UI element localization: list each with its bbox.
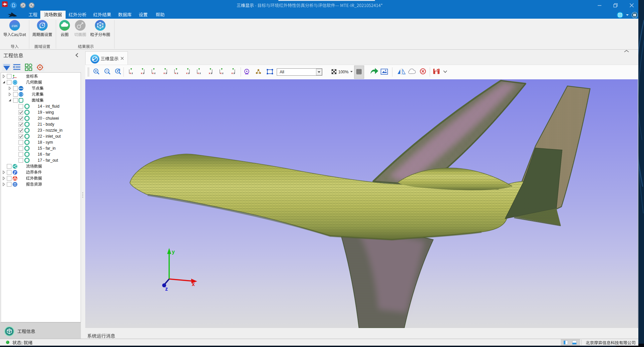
svg-text:x: x [163,72,165,75]
svg-text:z: z [143,72,144,75]
svg-text:z: z [132,72,133,75]
svg-text:22 - inlet_out: 22 - inlet_out [38,134,61,139]
svg-text:z: z [188,72,189,75]
svg-text:20 - chuiwei: 20 - chuiwei [38,116,59,121]
svg-text:z: z [154,72,156,75]
svg-text:All: All [280,70,284,74]
svg-text:14 - int_fluid: 14 - int_fluid [38,104,59,109]
svg-text:17 - far_out: 17 - far_out [38,158,58,163]
svg-text:x: x [209,72,210,75]
svg-text:x: x [197,72,199,75]
svg-text:z: z [165,72,167,75]
svg-text:z: z [199,72,201,75]
svg-text:z: z [222,72,223,75]
svg-text:z: z [211,72,212,75]
svg-text:23 - nozzle_in: 23 - nozzle_in [38,128,63,133]
svg-text:100%: 100% [338,70,349,74]
svg-text:15 - far_in: 15 - far_in [38,146,56,151]
svg-text:x: x [175,72,176,75]
svg-text:18 - sym: 18 - sym [38,140,53,145]
svg-text:cas: cas [12,23,17,28]
svg-text:x: x [186,72,188,75]
svg-text:z: z [233,72,235,75]
svg-text:x: x [220,72,222,75]
svg-text:z: z [177,72,178,75]
svg-text:x: x [130,72,131,75]
svg-text:21 - body: 21 - body [38,122,54,127]
svg-text:x: x [141,72,143,75]
svg-text:x: x [231,72,233,75]
svg-text:x: x [152,72,154,75]
svg-text:16 - far: 16 - far [38,152,50,157]
svg-text:19 - wing: 19 - wing [38,110,54,115]
